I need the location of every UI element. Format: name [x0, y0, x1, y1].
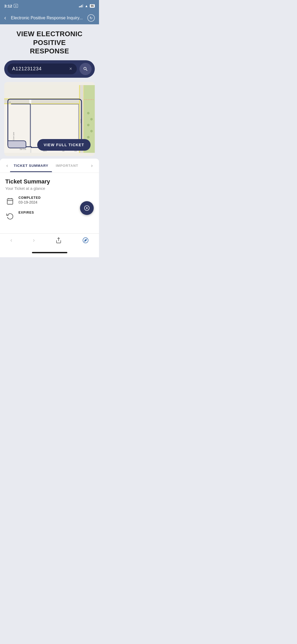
main-content: View Electronic PositiveResponse A121231…: [0, 24, 99, 156]
tab-important[interactable]: IMPORTANT: [52, 159, 82, 172]
nav-forward-button[interactable]: ›: [27, 234, 40, 246]
panel-body: Ticket Summary Your Ticket at a glance C…: [0, 173, 99, 228]
svg-text:San Cris: San Cris: [20, 148, 26, 150]
wifi-icon: ▲: [85, 4, 88, 8]
tab-bar: ‹ TICKET SUMMARY IMPORTANT ›: [0, 159, 99, 173]
svg-rect-10: [4, 99, 79, 103]
sim-icon: [14, 4, 18, 8]
page-title: View Electronic PositiveResponse: [4, 30, 95, 56]
share-button[interactable]: [50, 234, 67, 246]
nav-back-button[interactable]: ‹: [5, 234, 17, 246]
view-full-ticket-button[interactable]: VIEW FULL TICKET: [37, 139, 91, 151]
share-icon: [55, 237, 62, 243]
refresh-button[interactable]: ↻: [87, 14, 95, 22]
tab-next-arrow[interactable]: ›: [89, 159, 95, 173]
completed-row: COMPLETED 03-19-2024: [5, 196, 94, 206]
svg-marker-32: [84, 239, 87, 241]
status-bar: 3:12 ▲ 66: [0, 0, 99, 12]
status-icons: ▲ 66: [79, 4, 95, 8]
bottom-nav: ‹ ›: [0, 233, 99, 248]
status-time: 3:12: [4, 4, 18, 8]
svg-rect-12: [29, 99, 31, 103]
nav-bar: ‹ Electronic Positive Response Inquiry..…: [0, 12, 99, 24]
ticket-panel: ‹ TICKET SUMMARY IMPORTANT › Ticket Summ…: [0, 159, 99, 233]
svg-rect-23: [7, 199, 13, 204]
fab-button[interactable]: [80, 201, 94, 215]
svg-text:rd: rd: [9, 101, 11, 103]
search-value: A121231234: [12, 66, 42, 72]
back-button[interactable]: ‹: [4, 15, 6, 21]
tab-prev-arrow[interactable]: ‹: [4, 159, 10, 173]
search-icon: [83, 66, 88, 72]
expires-icon: [5, 211, 15, 221]
nav-title: Electronic Positive Response Inquiry...: [6, 16, 87, 20]
tab-ticket-summary[interactable]: TICKET SUMMARY: [10, 159, 52, 172]
battery-icon: 66: [90, 4, 95, 8]
home-bar: [32, 252, 67, 253]
signal-bars-icon: [79, 4, 83, 7]
completed-label: COMPLETED: [18, 196, 94, 200]
ticket-panel-wrapper: ‹ TICKET SUMMARY IMPORTANT › Ticket Summ…: [0, 159, 99, 233]
svg-text:⊕: ⊕: [87, 135, 90, 139]
expires-row: EXPIRES: [5, 211, 94, 221]
forward-arrow-icon: ›: [33, 237, 35, 244]
svg-text:⊕: ⊕: [90, 117, 93, 121]
search-button[interactable]: [79, 63, 92, 75]
svg-text:⊕: ⊕: [90, 129, 93, 133]
back-arrow-icon: ‹: [10, 237, 12, 244]
svg-text:⊕: ⊕: [87, 123, 90, 127]
compass-button[interactable]: [77, 234, 94, 246]
map-container: ⊕ ⊕ ⊕ ⊕ ⊕ rd: [4, 82, 95, 156]
fab-plus-icon: [84, 205, 90, 211]
summary-subtitle: Your Ticket at a glance: [5, 186, 94, 191]
search-clear-button[interactable]: ×: [69, 66, 72, 72]
search-container: A121231234 ×: [4, 60, 95, 78]
home-indicator: [0, 248, 99, 257]
summary-title: Ticket Summary: [5, 178, 94, 185]
svg-text:⊕: ⊕: [87, 111, 90, 115]
calendar-icon: [5, 196, 15, 206]
search-input-wrapper: A121231234 ×: [7, 63, 77, 74]
compass-icon: [82, 237, 89, 243]
time-label: 3:12: [4, 4, 12, 8]
